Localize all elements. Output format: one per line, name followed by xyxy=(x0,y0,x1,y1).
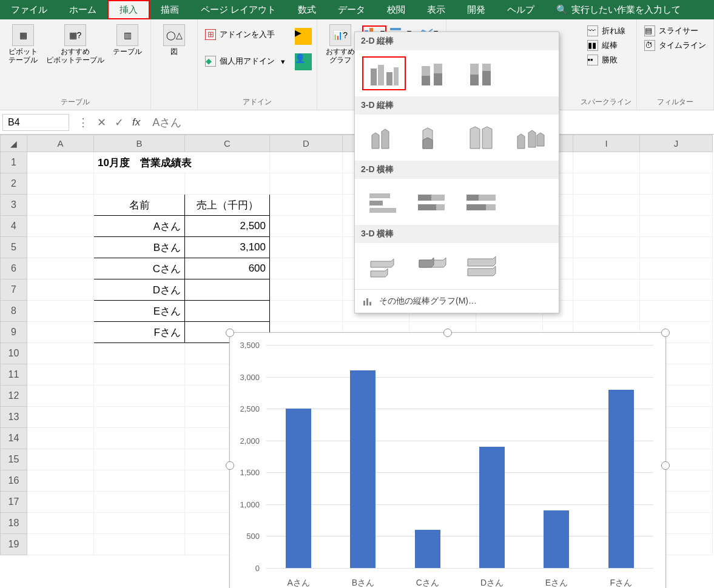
cell-C5[interactable]: 3,100 xyxy=(185,237,270,258)
row-8[interactable]: 8 xyxy=(1,301,27,322)
fb-dots-icon[interactable]: ⋮ xyxy=(78,116,89,129)
tab-help[interactable]: ヘルプ xyxy=(496,0,545,19)
opt-100-stacked-bar[interactable] xyxy=(459,185,503,219)
cell-C3[interactable]: 売上（千円） xyxy=(185,195,270,216)
row-9[interactable]: 9 xyxy=(1,322,27,343)
bar-Fさん[interactable] xyxy=(608,390,634,568)
row-4[interactable]: 4 xyxy=(1,216,27,237)
col-D[interactable]: D xyxy=(270,135,343,152)
col-B[interactable]: B xyxy=(94,135,185,152)
more-column-charts[interactable]: その他の縦棒グラフ(M)… xyxy=(355,289,559,313)
row-16[interactable]: 16 xyxy=(1,470,27,492)
fx-icon[interactable]: fx xyxy=(132,116,140,129)
bar-Dさん[interactable] xyxy=(479,447,505,568)
fb-cancel-icon[interactable]: ✕ xyxy=(97,116,106,129)
row-5[interactable]: 5 xyxy=(1,237,27,258)
row-7[interactable]: 7 xyxy=(1,279,27,301)
opt-3d-clustered-column[interactable] xyxy=(362,121,406,155)
tab-layout[interactable]: ページ レイアウト xyxy=(190,0,287,19)
opt-stacked-bar[interactable] xyxy=(411,185,454,219)
chart-bars[interactable] xyxy=(266,345,653,568)
tab-file[interactable]: ファイル xyxy=(0,0,58,19)
chart-plot-area[interactable] xyxy=(266,345,653,568)
cell-B9[interactable]: Fさん xyxy=(94,322,185,343)
bing-maps-icon[interactable]: ▶ xyxy=(295,28,312,45)
bar-Aさん[interactable] xyxy=(286,409,311,568)
recommended-charts-button[interactable]: 📊? おすすめ グラフ xyxy=(322,22,359,67)
opt-100-stacked-column[interactable] xyxy=(459,56,503,90)
bar-Eさん[interactable] xyxy=(544,510,569,568)
recommended-pivot-button[interactable]: ▦? おすすめ ピボットテーブル xyxy=(44,22,107,67)
row-13[interactable]: 13 xyxy=(1,407,27,428)
shapes-icon: ◯△ xyxy=(163,24,185,46)
cell-C8[interactable] xyxy=(185,301,270,322)
opt-3d-100-stacked-bar[interactable] xyxy=(459,249,503,283)
cell-B1[interactable]: 10月度 営業成績表 xyxy=(94,152,270,173)
cell-B8[interactable]: Eさん xyxy=(94,301,185,322)
select-all-corner[interactable]: ◢ xyxy=(1,135,27,152)
tab-insert[interactable]: 挿入 xyxy=(107,0,150,19)
opt-3d-clustered-bar[interactable] xyxy=(362,249,406,283)
sparkline-column-button[interactable]: ▮▮ 縦棒 xyxy=(585,39,628,52)
row-3[interactable]: 3 xyxy=(1,195,27,216)
bar-Cさん[interactable] xyxy=(415,530,440,568)
resize-handle-e[interactable] xyxy=(661,461,670,470)
row-19[interactable]: 19 xyxy=(1,534,27,555)
row-2[interactable]: 2 xyxy=(1,173,27,195)
tab-review[interactable]: 校閲 xyxy=(376,0,416,19)
name-box[interactable] xyxy=(2,114,69,131)
tab-home[interactable]: ホーム xyxy=(58,0,107,19)
bar-Bさん[interactable] xyxy=(350,370,376,568)
my-addins-button[interactable]: ◆ 個人用アドイン ▾ xyxy=(203,55,288,68)
opt-3d-stacked-bar[interactable] xyxy=(411,249,454,283)
tab-developer[interactable]: 開発 xyxy=(456,0,496,19)
opt-3d-100-stacked-column[interactable] xyxy=(459,121,503,155)
pivot-table-button[interactable]: ▦ ピボット テーブル xyxy=(5,22,41,67)
get-addins-button[interactable]: ⊞ アドインを入手 xyxy=(203,28,288,41)
cell-B6[interactable]: Cさん xyxy=(94,258,185,279)
resize-handle-n[interactable] xyxy=(443,329,452,337)
cell-C6[interactable]: 600 xyxy=(185,258,270,279)
row-14[interactable]: 14 xyxy=(1,428,27,449)
col-J[interactable]: J xyxy=(640,135,713,152)
cell-B5[interactable]: Bさん xyxy=(94,237,185,258)
fb-enter-icon[interactable]: ✓ xyxy=(115,116,124,129)
col-I[interactable]: I xyxy=(573,135,640,152)
tell-me-search[interactable]: 🔍 実行したい作業を入力して xyxy=(545,0,692,19)
people-graph-icon[interactable]: 👤 xyxy=(295,53,312,70)
slicer-button[interactable]: ▤ スライサー xyxy=(642,24,709,38)
tab-view[interactable]: 表示 xyxy=(416,0,456,19)
row-6[interactable]: 6 xyxy=(1,258,27,279)
opt-clustered-bar[interactable] xyxy=(362,185,406,219)
sparkline-line-button[interactable]: 〰 折れ線 xyxy=(585,24,628,38)
row-15[interactable]: 15 xyxy=(1,449,27,470)
illustrations-button[interactable]: ◯△ 図 xyxy=(156,22,192,58)
tab-draw[interactable]: 描画 xyxy=(150,0,190,19)
cell-C7[interactable] xyxy=(185,279,270,301)
cell-B4[interactable]: Aさん xyxy=(94,216,185,237)
cell-C4[interactable]: 2,500 xyxy=(185,216,270,237)
row-10[interactable]: 10 xyxy=(1,343,27,364)
timeline-button[interactable]: ⏱ タイムライン xyxy=(642,39,709,52)
row-18[interactable]: 18 xyxy=(1,513,27,534)
sparkline-winloss-button[interactable]: ▪▪ 勝敗 xyxy=(585,53,628,67)
opt-3d-column[interactable] xyxy=(508,121,551,155)
cell-B3[interactable]: 名前 xyxy=(94,195,185,216)
col-C[interactable]: C xyxy=(185,135,270,152)
table-button[interactable]: ▥ テーブル xyxy=(109,22,146,58)
opt-stacked-column[interactable] xyxy=(411,56,454,90)
row-12[interactable]: 12 xyxy=(1,386,27,407)
cell-B7[interactable]: Dさん xyxy=(94,279,185,301)
chart-object[interactable]: 05001,0001,5002,0002,5003,0003,500 AさんBさ… xyxy=(229,332,666,588)
resize-handle-nw[interactable] xyxy=(226,329,234,337)
col-A[interactable]: A xyxy=(27,135,94,152)
tab-data[interactable]: データ xyxy=(327,0,376,19)
reco-pivot-label: おすすめ ピボットテーブル xyxy=(46,47,104,65)
resize-handle-ne[interactable] xyxy=(661,329,670,337)
opt-clustered-column[interactable] xyxy=(362,56,406,90)
row-11[interactable]: 11 xyxy=(1,364,27,386)
row-1[interactable]: 1 xyxy=(1,152,27,173)
row-17[interactable]: 17 xyxy=(1,492,27,513)
opt-3d-stacked-column[interactable] xyxy=(411,121,454,155)
tab-formulas[interactable]: 数式 xyxy=(287,0,327,19)
